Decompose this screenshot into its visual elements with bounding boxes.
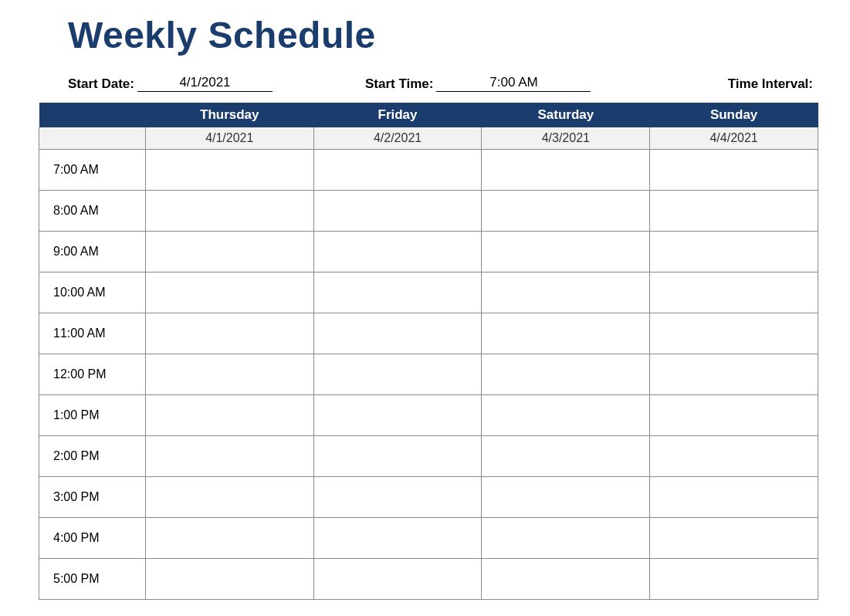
time-interval-group: Time Interval: xyxy=(728,76,813,92)
slot-cell[interactable] xyxy=(313,559,482,600)
slot-cell[interactable] xyxy=(650,150,818,191)
slot-cell[interactable] xyxy=(482,436,650,477)
time-label: 5:00 PM xyxy=(39,559,146,600)
time-label: 11:00 AM xyxy=(39,313,146,354)
slot-cell[interactable] xyxy=(145,272,313,313)
table-row: 9:00 AM xyxy=(39,232,818,272)
table-row: 10:00 AM xyxy=(39,272,818,313)
time-label: 2:00 PM xyxy=(39,436,146,477)
slot-cell[interactable] xyxy=(313,272,482,313)
start-date-group: Start Date: 4/1/2021 xyxy=(68,75,273,92)
table-row: 5:00 PM xyxy=(39,559,818,600)
slot-cell[interactable] xyxy=(313,395,482,436)
day-header-thursday: Thursday xyxy=(145,103,313,127)
slot-cell[interactable] xyxy=(650,518,818,559)
time-label: 7:00 AM xyxy=(39,150,146,191)
day-name-row: Thursday Friday Saturday Sunday xyxy=(39,103,818,127)
slot-cell[interactable] xyxy=(650,272,818,313)
slot-cell[interactable] xyxy=(650,232,818,272)
time-label: 12:00 PM xyxy=(39,354,146,395)
table-row: 4:00 PM xyxy=(39,518,818,559)
table-row: 12:00 PM xyxy=(39,354,818,395)
slot-cell[interactable] xyxy=(313,191,482,232)
slot-cell[interactable] xyxy=(145,518,313,559)
time-interval-label: Time Interval: xyxy=(728,76,813,92)
day-date-saturday: 4/3/2021 xyxy=(482,127,650,150)
slot-cell[interactable] xyxy=(145,191,313,232)
slot-cell[interactable] xyxy=(482,477,650,518)
slot-cell[interactable] xyxy=(482,395,650,436)
slot-cell[interactable] xyxy=(145,436,313,477)
time-label: 9:00 AM xyxy=(39,232,146,272)
table-row: 1:00 PM xyxy=(39,395,818,436)
slot-cell[interactable] xyxy=(650,191,818,232)
day-date-friday: 4/2/2021 xyxy=(313,127,482,150)
slot-cell[interactable] xyxy=(145,395,313,436)
slot-cell[interactable] xyxy=(313,232,482,272)
time-label: 3:00 PM xyxy=(39,477,146,518)
slot-cell[interactable] xyxy=(145,313,313,354)
table-row: 7:00 AM xyxy=(39,150,818,191)
start-time-value[interactable]: 7:00 AM xyxy=(436,75,591,92)
slot-cell[interactable] xyxy=(313,477,482,518)
day-date-row: 4/1/2021 4/2/2021 4/3/2021 4/4/2021 xyxy=(39,127,818,150)
slot-cell[interactable] xyxy=(482,150,650,191)
page-title: Weekly Schedule xyxy=(68,14,819,56)
start-time-group: Start Time: 7:00 AM xyxy=(365,75,591,92)
day-header-friday: Friday xyxy=(313,103,482,127)
slot-cell[interactable] xyxy=(482,232,650,272)
slot-cell[interactable] xyxy=(650,436,818,477)
slot-cell[interactable] xyxy=(482,272,650,313)
schedule-body: 7:00 AM 8:00 AM 9:00 AM 10 xyxy=(39,150,818,600)
slot-cell[interactable] xyxy=(650,395,818,436)
slot-cell[interactable] xyxy=(650,313,818,354)
slot-cell[interactable] xyxy=(313,436,482,477)
time-column-header-blank xyxy=(39,103,146,127)
table-row: 8:00 AM xyxy=(39,191,818,232)
time-label: 4:00 PM xyxy=(39,518,146,559)
day-date-sunday: 4/4/2021 xyxy=(650,127,818,150)
slot-cell[interactable] xyxy=(313,354,482,395)
slot-cell[interactable] xyxy=(650,477,818,518)
slot-cell[interactable] xyxy=(482,354,650,395)
slot-cell[interactable] xyxy=(313,150,482,191)
slot-cell[interactable] xyxy=(482,518,650,559)
day-header-saturday: Saturday xyxy=(482,103,650,127)
time-label: 8:00 AM xyxy=(39,191,146,232)
schedule-table: Thursday Friday Saturday Sunday 4/1/2021… xyxy=(39,103,818,600)
day-header-sunday: Sunday xyxy=(650,103,818,127)
table-row: 11:00 AM xyxy=(39,313,818,354)
slot-cell[interactable] xyxy=(650,559,818,600)
slot-cell[interactable] xyxy=(650,354,818,395)
table-row: 3:00 PM xyxy=(39,477,818,518)
table-row: 2:00 PM xyxy=(39,436,818,477)
slot-cell[interactable] xyxy=(313,313,482,354)
slot-cell[interactable] xyxy=(145,559,313,600)
slot-cell[interactable] xyxy=(145,232,313,272)
slot-cell[interactable] xyxy=(482,191,650,232)
start-time-label: Start Time: xyxy=(365,76,434,92)
slot-cell[interactable] xyxy=(482,313,650,354)
slot-cell[interactable] xyxy=(145,150,313,191)
slot-cell[interactable] xyxy=(145,477,313,518)
start-date-label: Start Date: xyxy=(68,76,134,92)
slot-cell[interactable] xyxy=(145,354,313,395)
time-label: 10:00 AM xyxy=(39,272,146,313)
time-column-date-blank xyxy=(39,127,146,150)
start-date-value[interactable]: 4/1/2021 xyxy=(137,75,273,92)
day-date-thursday: 4/1/2021 xyxy=(145,127,313,150)
meta-row: Start Date: 4/1/2021 Start Time: 7:00 AM… xyxy=(68,75,819,92)
slot-cell[interactable] xyxy=(313,518,482,559)
time-label: 1:00 PM xyxy=(39,395,146,436)
slot-cell[interactable] xyxy=(482,559,650,600)
